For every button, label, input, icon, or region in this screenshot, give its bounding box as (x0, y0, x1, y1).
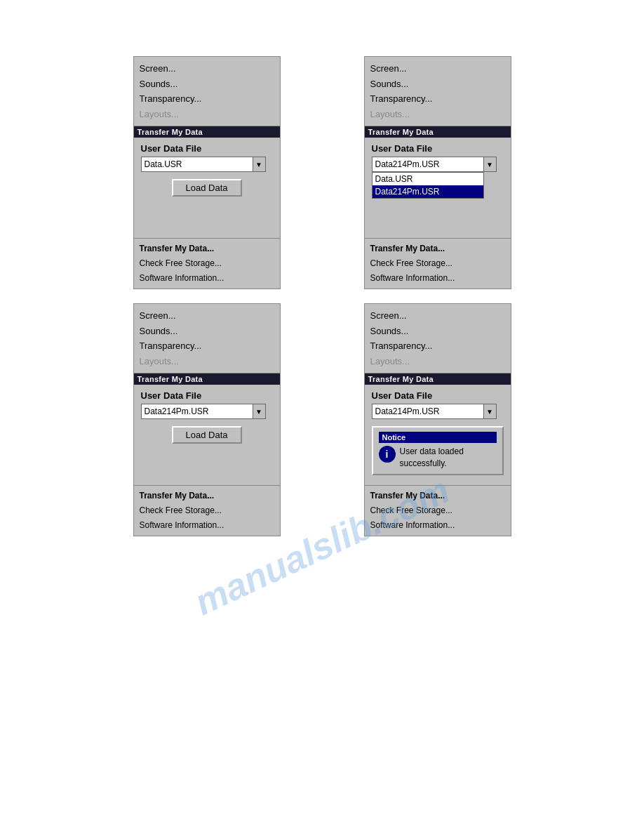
dropdown-arrow-1[interactable]: ▼ (253, 157, 266, 172)
panel-1-menu: Screen... Sounds... Transparency... Layo… (134, 57, 280, 126)
dropdown-row-2: Data214Pm.USR ▼ Data.USR Data214Pm.USR (372, 157, 504, 172)
notice-popup: Notice i User data loaded successfully. (372, 426, 504, 475)
dropdown-option-data-usr[interactable]: Data.USR (373, 173, 483, 185)
panel-2: Screen... Sounds... Transparency... Layo… (364, 56, 511, 289)
menu-screen-3[interactable]: Screen... (140, 308, 274, 324)
bottom-storage-1[interactable]: Check Free Storage... (140, 256, 274, 271)
menu-screen[interactable]: Screen... (140, 61, 274, 77)
bottom-storage-3[interactable]: Check Free Storage... (140, 503, 274, 518)
menu-transparency[interactable]: Transparency... (140, 91, 274, 107)
menu-layouts-4[interactable]: Layouts... (370, 354, 505, 369)
panel-3-menu: Screen... Sounds... Transparency... Layo… (134, 304, 280, 373)
field-label-4: User Data File (372, 390, 504, 401)
bottom-transfer-2[interactable]: Transfer My Data... (370, 241, 505, 256)
notice-message: User data loaded successfully. (400, 446, 497, 470)
panel-4-body: User Data File Data214Pm.USR ▼ Notice i … (365, 385, 511, 485)
bottom-software-4[interactable]: Software Information... (370, 518, 505, 533)
menu-transparency-4[interactable]: Transparency... (370, 338, 505, 354)
bottom-software-3[interactable]: Software Information... (140, 518, 274, 533)
panel-4-menu: Screen... Sounds... Transparency... Layo… (365, 304, 511, 373)
panel-2-bottom: Transfer My Data... Check Free Storage..… (365, 238, 511, 289)
panel-4-titlebar: Transfer My Data (365, 373, 511, 385)
notice-title: Notice (379, 432, 497, 443)
panel-2-menu: Screen... Sounds... Transparency... Layo… (365, 57, 511, 126)
dropdown-2[interactable]: Data214Pm.USR (372, 157, 484, 172)
bottom-software-2[interactable]: Software Information... (370, 271, 505, 286)
menu-layouts-2[interactable]: Layouts... (370, 107, 505, 122)
dropdown-4[interactable]: Data214Pm.USR (372, 404, 484, 419)
dropdown-row-4: Data214Pm.USR ▼ (372, 404, 504, 419)
field-label-3: User Data File (141, 390, 273, 401)
dropdown-option-data214pm[interactable]: Data214Pm.USR (373, 185, 483, 198)
bottom-storage-2[interactable]: Check Free Storage... (370, 256, 505, 271)
dropdown-row-3: Data214Pm.USR ▼ (141, 404, 273, 419)
dropdown-list-2: Data.USR Data214Pm.USR (372, 172, 484, 199)
menu-transparency-3[interactable]: Transparency... (140, 338, 274, 354)
panel-1-bottom: Transfer My Data... Check Free Storage..… (134, 238, 280, 289)
load-data-button-3[interactable]: Load Data (172, 426, 242, 444)
menu-sounds-3[interactable]: Sounds... (140, 324, 274, 339)
dropdown-arrow-2[interactable]: ▼ (484, 157, 497, 172)
menu-transparency-2[interactable]: Transparency... (370, 91, 505, 107)
panel-1-body: User Data File Data.USR ▼ Load Data (134, 138, 280, 238)
menu-layouts[interactable]: Layouts... (140, 107, 274, 122)
notice-info-icon: i (379, 446, 396, 463)
panel-1-titlebar: Transfer My Data (134, 126, 280, 138)
panel-3-body: User Data File Data214Pm.USR ▼ Load Data (134, 385, 280, 485)
panel-3-titlebar: Transfer My Data (134, 373, 280, 385)
bottom-transfer-3[interactable]: Transfer My Data... (140, 489, 274, 503)
panel-4-bottom: Transfer My Data... Check Free Storage..… (365, 485, 511, 536)
notice-body: i User data loaded successfully. (379, 446, 497, 470)
menu-sounds-2[interactable]: Sounds... (370, 77, 505, 92)
field-label-1: User Data File (141, 143, 273, 154)
menu-sounds[interactable]: Sounds... (140, 77, 274, 92)
bottom-software-1[interactable]: Software Information... (140, 271, 274, 286)
bottom-transfer-1[interactable]: Transfer My Data... (140, 241, 274, 256)
dropdown-arrow-4[interactable]: ▼ (484, 404, 497, 419)
panel-2-body: User Data File Data214Pm.USR ▼ Data.USR … (365, 138, 511, 238)
bottom-transfer-4[interactable]: Transfer My Data... (370, 489, 505, 503)
menu-sounds-4[interactable]: Sounds... (370, 324, 505, 339)
panel-3: Screen... Sounds... Transparency... Layo… (133, 303, 281, 536)
panels-grid: Screen... Sounds... Transparency... Layo… (0, 0, 644, 593)
dropdown-3[interactable]: Data214Pm.USR (141, 404, 253, 419)
panel-3-bottom: Transfer My Data... Check Free Storage..… (134, 485, 280, 536)
bottom-storage-4[interactable]: Check Free Storage... (370, 503, 505, 518)
menu-screen-4[interactable]: Screen... (370, 308, 505, 324)
panel-1: Screen... Sounds... Transparency... Layo… (133, 56, 281, 289)
load-data-button-1[interactable]: Load Data (172, 179, 242, 197)
panel-2-titlebar: Transfer My Data (365, 126, 511, 138)
menu-layouts-3[interactable]: Layouts... (140, 354, 274, 369)
dropdown-row-1: Data.USR ▼ (141, 157, 273, 172)
dropdown-arrow-3[interactable]: ▼ (253, 404, 266, 419)
menu-screen-2[interactable]: Screen... (370, 61, 505, 77)
panel-4: Screen... Sounds... Transparency... Layo… (364, 303, 511, 536)
field-label-2: User Data File (372, 143, 504, 154)
dropdown-1[interactable]: Data.USR (141, 157, 253, 172)
